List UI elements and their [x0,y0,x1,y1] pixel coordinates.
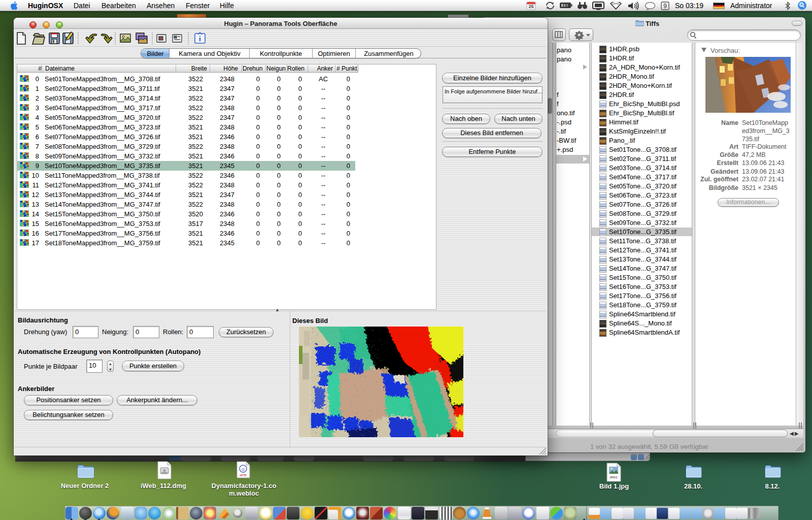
svg-text:HTTP: HTTP [240,474,247,477]
svg-text:JPEG: JPEG [610,476,618,479]
svg-text:25: 25 [528,4,533,9]
svg-text:a: a [242,466,245,472]
svg-text:9: 9 [663,3,667,10]
